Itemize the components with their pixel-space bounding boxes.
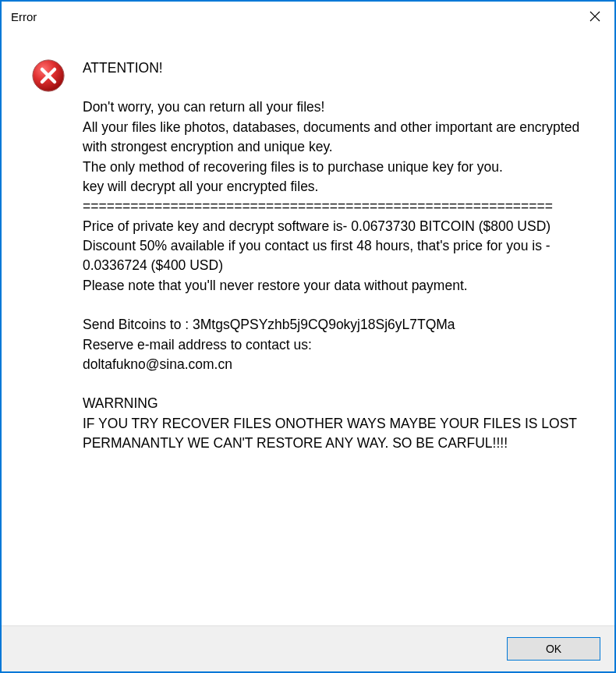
titlebar: Error [2,2,614,31]
dialog-title: Error [11,10,37,23]
close-icon [589,11,600,22]
error-dialog: Error [0,0,616,673]
ok-button[interactable]: OK [507,637,600,661]
message-line: Reserve e-mail address to contact us: [83,335,583,355]
message-line: Send Bitcoins to : 3MtgsQPSYzhb5j9CQ9oky… [83,315,583,335]
message-line: IF YOU TRY RECOVER FILES ONOTHER WAYS MA… [83,414,583,454]
message-line: All your files like photos, databases, d… [83,118,583,158]
message-line: Please note that you'll never restore yo… [83,276,583,296]
button-area: OK [2,625,614,671]
message-separator: ========================================… [83,197,583,216]
message-text: ATTENTION! Don't worry, you can return a… [83,58,591,610]
close-button[interactable] [575,2,614,31]
message-heading: ATTENTION! [83,58,583,78]
message-line: WARRNING [83,394,583,413]
content-area: ATTENTION! Don't worry, you can return a… [2,31,614,625]
message-line: key will decrypt all your encrypted file… [83,177,583,197]
message-line: Discount 50% available if you contact us… [83,236,583,276]
message-line: Don't worry, you can return all your fil… [83,97,583,117]
icon-column [31,58,65,610]
message-line: doltafukno@sina.com.cn [83,355,583,374]
message-line: Price of private key and decrypt softwar… [83,217,583,236]
message-line: The only method of recovering files is t… [83,158,583,177]
error-icon [31,58,65,93]
